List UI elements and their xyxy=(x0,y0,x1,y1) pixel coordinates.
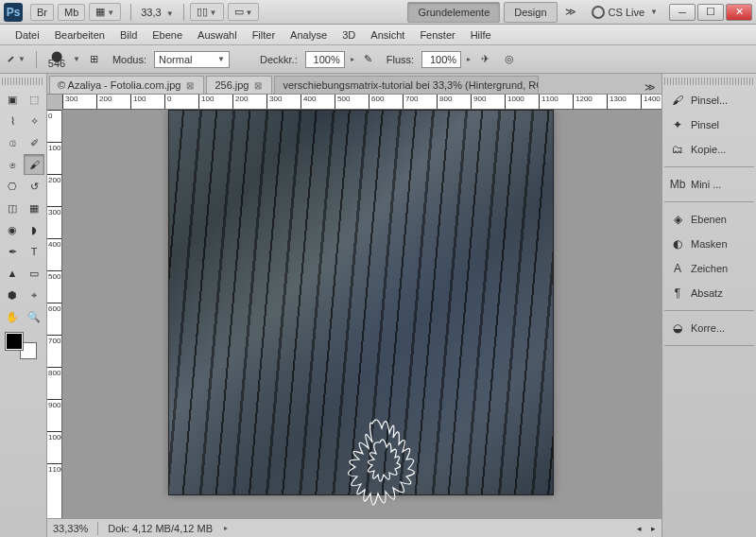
v-ruler-tick: 900 xyxy=(47,399,62,409)
tool-healing[interactable]: ⍟ xyxy=(2,154,23,175)
tool-brush[interactable]: 🖌 xyxy=(24,154,44,175)
zoom-display[interactable]: 33,3 ▼ xyxy=(141,7,173,18)
tool-zoom[interactable]: 🔍 xyxy=(24,306,44,327)
menu-auswahl[interactable]: Auswahl xyxy=(190,26,245,43)
menu-bild[interactable]: Bild xyxy=(112,26,145,43)
toolbox-grip[interactable] xyxy=(2,78,44,85)
vertical-ruler[interactable]: 010020030040050060070080090010001100 xyxy=(47,110,62,518)
workspace-more-icon[interactable]: ≫ xyxy=(561,6,580,18)
doc-tab-2[interactable]: verschiebungsmatrix-tutorial bei 33,3% (… xyxy=(274,76,539,94)
panel-grip[interactable] xyxy=(664,78,754,85)
panel-label: Korre... xyxy=(691,322,725,334)
menu-filter[interactable]: Filter xyxy=(245,26,283,43)
blend-mode-select[interactable]: Normal▼ xyxy=(154,51,230,68)
tool-crop[interactable]: ⟃ xyxy=(2,132,23,153)
doc-tab-1[interactable]: 256.jpg⊠ xyxy=(206,76,272,94)
panel-masken[interactable]: ◐Masken xyxy=(664,233,754,255)
panel-kopie[interactable]: 🗂Kopie... xyxy=(664,138,754,161)
tool-pen[interactable]: ✒ xyxy=(2,241,23,262)
tool-lasso[interactable]: ⌇ xyxy=(2,111,23,131)
brush-panel-toggle-icon[interactable]: ⊞ xyxy=(84,49,105,70)
bridge-button[interactable]: Br xyxy=(30,4,54,21)
tool-marquee[interactable]: ⬚ xyxy=(24,89,44,110)
options-bar: ▼ ⬤546▼ ⊞ Modus: Normal▼ Deckkr.: 100%▸ … xyxy=(0,45,756,74)
panel-korre[interactable]: ◒Korre... xyxy=(664,317,754,339)
doc-tab-0[interactable]: © Azaliya - Fotolia.com.jpg⊠ xyxy=(49,76,204,94)
tool-wand[interactable]: ✧ xyxy=(24,111,44,131)
panel-zeichen[interactable]: AZeichen xyxy=(664,257,754,280)
panel-absatz[interactable]: ¶Absatz xyxy=(664,282,754,304)
screen-mode-button[interactable]: ▦▼ xyxy=(89,3,121,21)
tool-stamp[interactable]: ⎔ xyxy=(2,176,23,197)
menu-analyse[interactable]: Analyse xyxy=(283,26,335,43)
tool-eraser[interactable]: ◫ xyxy=(2,198,23,218)
tool-blur[interactable]: ◉ xyxy=(2,219,23,240)
opacity-pressure-icon[interactable]: ✎ xyxy=(358,49,379,70)
menu-fenster[interactable]: Fenster xyxy=(412,26,462,43)
foreground-color-swatch[interactable] xyxy=(6,333,23,350)
maximize-button[interactable]: ☐ xyxy=(697,4,724,21)
tab-close-icon[interactable]: ⊠ xyxy=(252,79,264,91)
menu-datei[interactable]: Datei xyxy=(8,26,47,43)
h-ruler-tick: 400 xyxy=(301,95,316,110)
h-ruler-tick: 900 xyxy=(471,95,486,110)
ps-logo[interactable]: Ps xyxy=(4,3,23,22)
menu-hilfe[interactable]: Hilfe xyxy=(463,26,499,43)
workspace-design[interactable]: Design xyxy=(504,2,557,23)
h-ruler-tick: 700 xyxy=(403,95,418,110)
canvas-image[interactable] xyxy=(168,110,554,495)
tab-overflow-icon[interactable]: ≫ xyxy=(639,81,662,94)
menu-3d[interactable]: 3D xyxy=(335,26,363,43)
v-ruler-tick: 1100 xyxy=(47,463,62,474)
menu-bearbeiten[interactable]: Bearbeiten xyxy=(47,26,112,43)
tool-preset-icon[interactable]: ▼ xyxy=(6,49,26,70)
status-menu-icon[interactable]: ▸ xyxy=(224,524,228,532)
doc-tab-label: © Azaliya - Fotolia.com.jpg xyxy=(58,79,180,91)
canvas-viewport[interactable] xyxy=(62,110,662,518)
tool-type[interactable]: T xyxy=(24,241,44,262)
tool-eyedropper[interactable]: ✐ xyxy=(24,132,44,153)
scroll-left-icon[interactable]: ◂ xyxy=(637,524,642,533)
tool-gradient[interactable]: ▦ xyxy=(24,198,44,218)
flow-input[interactable]: 100% xyxy=(421,51,461,68)
brush-cursor-icon xyxy=(335,405,457,518)
minibridge-button[interactable]: Mb xyxy=(58,4,85,21)
tool-shape[interactable]: ▭ xyxy=(24,263,44,284)
horizontal-ruler[interactable]: 3002001000100200300400500600700800900100… xyxy=(62,95,662,110)
tablet-pressure-icon[interactable]: ◎ xyxy=(499,49,520,70)
panel-icon: ◈ xyxy=(670,212,685,227)
status-doc-size[interactable]: Dok: 4,12 MB/4,12 MB xyxy=(108,523,213,534)
tool-hand[interactable]: ✋ xyxy=(2,306,23,327)
close-button[interactable]: ✕ xyxy=(726,4,752,21)
tool-dodge[interactable]: ◗ xyxy=(24,219,44,240)
v-ruler-tick: 300 xyxy=(47,206,62,217)
tool-path-select[interactable]: ▲ xyxy=(2,263,23,284)
arrange-button[interactable]: ▯▯▼ xyxy=(190,3,224,21)
extras-button[interactable]: ▭▼ xyxy=(228,3,260,21)
panel-pinsel[interactable]: 🖌Pinsel... xyxy=(664,89,754,112)
status-zoom[interactable]: 33,33% xyxy=(53,523,88,534)
brush-preset-icon[interactable]: ⬤546 xyxy=(46,49,67,70)
menu-ebene[interactable]: Ebene xyxy=(145,26,190,43)
tool-history-brush[interactable]: ↺ xyxy=(24,176,44,197)
scroll-right-icon[interactable]: ▸ xyxy=(651,524,656,533)
v-ruler-tick: 700 xyxy=(47,335,62,345)
airbrush-icon[interactable]: ✈ xyxy=(474,49,495,70)
tool-move[interactable]: ▣ xyxy=(2,89,23,110)
cslive-button[interactable]: CS Live▼ xyxy=(592,6,658,19)
menu-ansicht[interactable]: Ansicht xyxy=(363,26,412,43)
h-ruler-tick: 1000 xyxy=(505,95,524,110)
h-ruler-tick: 300 xyxy=(266,95,282,110)
tool-3d-cam[interactable]: ⌖ xyxy=(24,285,44,305)
panel-mini[interactable]: MbMini ... xyxy=(664,173,754,196)
panel-ebenen[interactable]: ◈Ebenen xyxy=(664,208,754,231)
tab-close-icon[interactable]: ⊠ xyxy=(184,79,196,91)
h-ruler-tick: 600 xyxy=(369,95,384,110)
v-ruler-tick: 800 xyxy=(47,367,62,377)
minimize-button[interactable]: ─ xyxy=(669,4,696,21)
workspace-grundelemente[interactable]: Grundelemente xyxy=(407,2,500,23)
panel-pinsel[interactable]: ✦Pinsel xyxy=(664,113,754,136)
opacity-input[interactable]: 100% xyxy=(305,51,345,68)
tool-3d[interactable]: ⬢ xyxy=(2,285,23,305)
canvas-wrap: 3002001000100200300400500600700800900100… xyxy=(47,95,662,518)
